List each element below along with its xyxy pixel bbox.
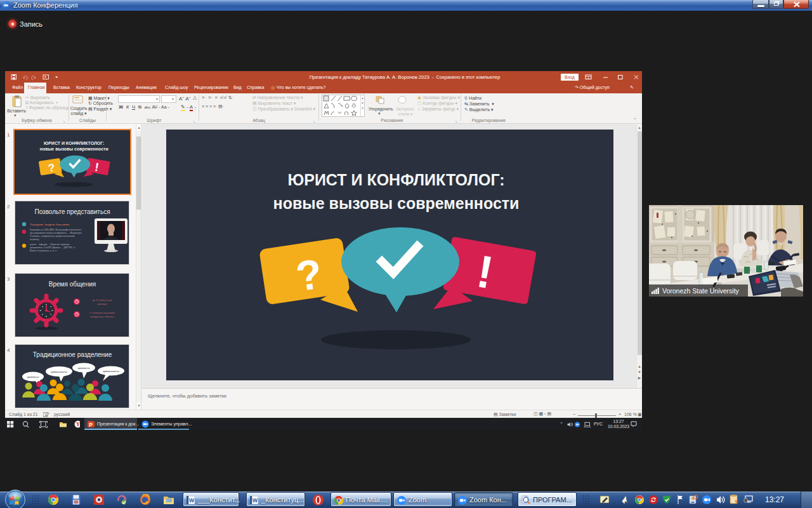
svg-text:Руководитель АНО ДПО «Центр пр: Руководитель АНО ДПО «Центр профессионал… (30, 229, 82, 231)
svg-text:цивилисты: цивилисты (77, 367, 89, 370)
svg-text:Позвольте представиться: Позвольте представиться (34, 208, 110, 215)
svg-text:криминалисты: криминалисты (51, 371, 67, 373)
svg-text:медиатор,: медиатор, (30, 238, 39, 241)
svg-text:Традиционное разделение: Традиционное разделение (33, 351, 112, 358)
svg-text:W: W (252, 497, 258, 504)
svg-text:до 15 минут для: до 15 минут для (93, 298, 112, 302)
svg-text:«вопросы и ответы»: «вопросы и ответы» (90, 315, 115, 318)
svg-text:Время общения: Время общения (49, 281, 96, 288)
svg-text:1-2 минуты в режиме: 1-2 минуты в режиме (89, 311, 115, 314)
svg-text:цивилисты: цивилисты (27, 376, 39, 378)
svg-text:P: P (89, 421, 93, 427)
svg-text:Татауров Андрей Анасович: Татауров Андрей Анасович (30, 223, 69, 226)
svg-text:W: W (189, 497, 195, 504)
svg-text:Y: Y (76, 422, 80, 427)
svg-text:ЮРИСТ И КОНФЛИКТОЛОГ:: ЮРИСТ И КОНФЛИКТОЛОГ: (44, 141, 104, 145)
svg-text:доцент кафедры «Отраслые: доцент кафедры «Отраслые правовые (30, 243, 70, 246)
svg-text:Южно-Сахалинске), к. ю. н.: Южно-Сахалинске), к. ю. н. (30, 250, 57, 253)
svg-text:доклада: доклада (97, 302, 107, 305)
svg-text:урегулирования споров и конфли: урегулирования споров и конфликтов… «Мед… (30, 232, 82, 234)
svg-text:криминалисты: криминалисты (103, 370, 119, 373)
svg-text:дисциплины» СахГКТ (филиал … Д: дисциплины» СахГКТ (филиал … ДВГУПС в (30, 246, 75, 249)
svg-text:новые вызовы современности: новые вызовы современности (40, 147, 108, 152)
